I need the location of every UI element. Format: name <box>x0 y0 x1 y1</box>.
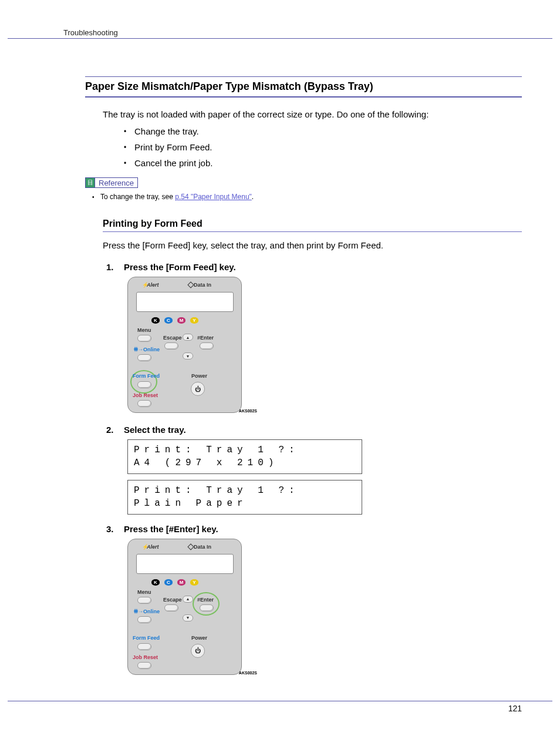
menu-label: Menu <box>137 327 151 333</box>
toner-k-icon: K <box>151 317 160 324</box>
control-panel: ⚡ Alert Data In K C M Y Menu Escape ▲ <box>127 539 242 675</box>
toner-c-icon: C <box>164 579 173 586</box>
header-rule <box>8 38 552 39</box>
figure-tag: AKS002S <box>239 409 257 413</box>
data-in-icon <box>187 281 194 288</box>
lcd-line: A4 (297 x 210) <box>134 456 356 469</box>
control-panel-figure: ⚡ Alert Data In K C M Y Menu Escape ▲ <box>127 277 242 413</box>
page-number: 121 <box>508 704 522 713</box>
control-panel: ⚡ Alert Data In K C M Y Menu Escape ▲ <box>127 277 242 413</box>
step-item: Press the [#Enter] key. ⚡ Alert Data In … <box>106 524 522 677</box>
data-in-icon <box>187 543 194 550</box>
power-button[interactable]: ⏻ <box>191 644 205 658</box>
power-label: Power <box>191 635 207 641</box>
lcd-line: Print: Tray 1 ?: <box>134 443 356 456</box>
enter-label: #Enter <box>197 597 214 603</box>
lcd-screen <box>136 292 234 312</box>
step-item: Select the tray. Print: Tray 1 ?: A4 (29… <box>106 425 522 515</box>
page-title: Paper Size Mismatch/Paper Type Mismatch … <box>85 76 522 98</box>
control-panel-figure: ⚡ Alert Data In K C M Y Menu Escape ▲ <box>127 539 242 675</box>
alert-label: Alert <box>147 282 159 288</box>
escape-button[interactable] <box>164 342 178 350</box>
reference-link[interactable]: p.54 "Paper Input Menu" <box>175 193 252 201</box>
reference-badge: 目 Reference <box>85 177 138 188</box>
escape-button[interactable] <box>164 604 178 611</box>
reference-icon: 目 <box>86 178 95 187</box>
step-title: Press the [Form Feed] key. <box>124 262 522 272</box>
form-feed-label: Form Feed <box>133 635 160 641</box>
menu-label: Menu <box>137 589 151 595</box>
intro-text: The tray is not loaded with paper of the… <box>103 109 522 119</box>
toner-m-icon: M <box>177 579 185 586</box>
toner-c-icon: C <box>164 317 173 324</box>
data-in-label: Data In <box>194 544 211 550</box>
up-arrow-button[interactable]: ▲ <box>183 596 193 603</box>
step-title: Select the tray. <box>124 425 522 435</box>
enter-button[interactable] <box>200 342 214 350</box>
form-feed-button[interactable] <box>137 643 151 650</box>
form-feed-label: Form Feed <box>133 373 160 379</box>
reference-note: To change the tray, see p.54 "Paper Inpu… <box>92 193 522 201</box>
job-reset-label: Job Reset <box>133 654 158 660</box>
step-title: Press the [#Enter] key. <box>124 524 522 534</box>
lcd-display-box: Print: Tray 1 ?: A4 (297 x 210) <box>127 439 362 474</box>
breadcrumb: Troubleshooting <box>63 28 118 37</box>
lcd-display-box: Print: Tray 1 ?: Plain Paper <box>127 480 362 515</box>
menu-button[interactable] <box>137 335 151 342</box>
form-feed-button[interactable] <box>137 381 151 388</box>
toner-y-icon: Y <box>190 317 198 324</box>
step-list: Press the [Form Feed] key. ⚡ Alert Data … <box>106 262 522 677</box>
lcd-screen <box>136 554 234 574</box>
enter-label: #Enter <box>197 335 214 341</box>
toner-indicators: K C M Y <box>151 579 198 586</box>
options-list: Change the tray. Print by Form Feed. Can… <box>124 126 522 168</box>
figure-tag: AKS002S <box>239 671 257 675</box>
escape-label: Escape <box>163 335 182 341</box>
power-button[interactable]: ⏻ <box>191 382 205 396</box>
toner-m-icon: M <box>177 317 185 324</box>
reference-note-prefix: To change the tray, see <box>100 193 175 201</box>
online-button[interactable] <box>137 616 151 623</box>
escape-label: Escape <box>163 597 182 603</box>
job-reset-button[interactable] <box>137 662 151 669</box>
content-area: Paper Size Mismatch/Paper Type Mismatch … <box>85 76 522 687</box>
online-label: ⵌ→Online <box>134 609 160 614</box>
power-label: Power <box>191 373 207 379</box>
option-item: Print by Form Feed. <box>124 142 522 152</box>
down-arrow-button[interactable]: ▼ <box>183 352 193 359</box>
option-item: Cancel the print job. <box>124 158 522 168</box>
alert-label: Alert <box>147 544 159 550</box>
sub-heading: Printing by Form Feed <box>103 219 522 232</box>
enter-button[interactable] <box>200 604 214 611</box>
job-reset-label: Job Reset <box>133 392 158 398</box>
toner-y-icon: Y <box>190 579 198 586</box>
online-label: ⵌ→Online <box>134 347 160 352</box>
down-arrow-button[interactable]: ▼ <box>183 614 193 621</box>
reference-label: Reference <box>95 178 137 187</box>
lcd-line: Plain Paper <box>134 497 356 510</box>
menu-button[interactable] <box>137 597 151 604</box>
sub-description: Press the [Form Feed] key, select the tr… <box>103 240 522 250</box>
online-button[interactable] <box>137 354 151 361</box>
step-item: Press the [Form Feed] key. ⚡ Alert Data … <box>106 262 522 415</box>
toner-k-icon: K <box>151 579 160 586</box>
data-in-label: Data In <box>194 282 211 288</box>
up-arrow-button[interactable]: ▲ <box>183 334 193 341</box>
option-item: Change the tray. <box>124 126 522 136</box>
lcd-line: Print: Tray 1 ?: <box>134 484 356 497</box>
footer-rule <box>8 701 552 701</box>
toner-indicators: K C M Y <box>151 317 198 324</box>
reference-note-suffix: . <box>252 193 254 201</box>
job-reset-button[interactable] <box>137 400 151 407</box>
enter-highlight <box>193 592 220 616</box>
